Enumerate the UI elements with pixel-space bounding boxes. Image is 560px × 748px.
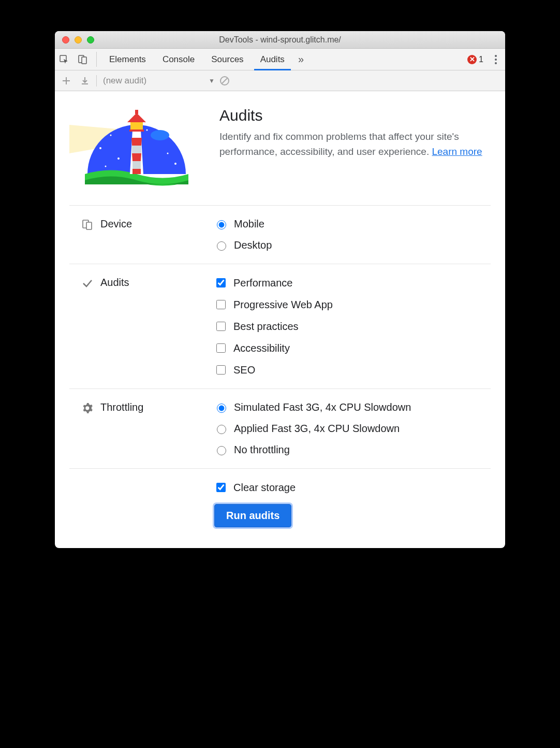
svg-marker-25 [127,113,146,122]
audit-select-dropdown[interactable]: (new audit) ▼ [101,76,215,86]
throttling-label: Throttling [100,401,143,413]
error-icon: ✕ [467,55,477,64]
audits-label: Audits [100,277,129,289]
devtools-window: DevTools - wind-sprout.glitch.me/ Elemen… [55,31,505,548]
clear-icon[interactable] [219,75,230,87]
check-icon [82,278,93,289]
section-throttling: Throttling Simulated Fast 3G, 4x CPU Slo… [69,389,491,469]
audit-seo-checkbox[interactable] [216,365,226,375]
learn-more-link[interactable]: Learn more [432,146,482,157]
run-row: Clear storage Run audits [69,469,491,527]
device-mobile-option[interactable]: Mobile [214,218,491,230]
device-desktop-option[interactable]: Desktop [214,239,491,251]
error-count-badge[interactable]: ✕ 1 [464,49,487,70]
titlebar: DevTools - wind-sprout.glitch.me/ [55,31,505,49]
audit-best-practices-option[interactable]: Best practices [214,320,491,333]
chevron-down-icon: ▼ [209,77,215,84]
audit-accessibility-option[interactable]: Accessibility [214,342,491,354]
gear-icon [82,402,93,414]
hero-description: Identify and fix common problems that af… [219,130,491,159]
device-desktop-radio[interactable] [217,241,226,251]
svg-point-10 [117,157,120,160]
device-mobile-radio[interactable] [217,220,226,229]
svg-marker-22 [132,161,141,169]
audit-accessibility-checkbox[interactable] [216,343,226,353]
svg-marker-21 [132,146,141,153]
svg-marker-19 [132,153,141,161]
divider [96,75,97,87]
hero-description-text: Identify and fix common problems that af… [219,131,459,157]
audits-toolbar: (new audit) ▼ [55,70,505,91]
svg-rect-23 [130,121,143,131]
throttling-2-option[interactable]: No throttling [214,444,491,456]
tab-more[interactable]: » [293,49,309,70]
divider [96,52,97,67]
run-audits-button[interactable]: Run audits [214,504,291,527]
audit-select-label: (new audit) [103,76,146,86]
settings-menu-icon[interactable] [487,49,505,70]
audit-best-practices-label: Best practices [233,321,299,333]
clear-storage-checkbox[interactable] [216,483,226,492]
section-audits: Audits PerformanceProgressive Web AppBes… [69,264,491,389]
page-title: Audits [219,107,491,124]
svg-point-16 [151,130,169,140]
section-device: Device MobileDesktop [69,206,491,264]
window-title: DevTools - wind-sprout.glitch.me/ [55,35,505,45]
svg-point-8 [99,147,101,149]
svg-marker-18 [131,138,142,146]
hero: Audits Identify and fix common problems … [69,107,491,206]
tab-audits[interactable]: Audits [252,49,293,70]
error-count: 1 [479,55,483,64]
svg-rect-24 [129,130,144,132]
device-desktop-label: Desktop [234,239,272,251]
devtools-tabbar: Elements Console Sources Audits » ✕ 1 [55,49,505,70]
throttling-0-option[interactable]: Simulated Fast 3G, 4x CPU Slowdown [214,401,491,413]
inspect-element-icon[interactable] [55,49,73,70]
audit-progressive-web-app-option[interactable]: Progressive Web App [214,298,491,311]
toggle-device-icon[interactable] [73,49,92,70]
lighthouse-illustration [69,107,199,190]
svg-point-13 [174,163,176,165]
svg-marker-20 [132,169,141,174]
throttling-1-radio[interactable] [217,425,226,434]
clear-storage-label: Clear storage [233,482,296,494]
throttling-1-label: Applied Fast 3G, 4x CPU Slowdown [234,423,400,435]
device-label: Device [100,218,132,230]
device-icon [82,219,93,231]
throttling-2-radio[interactable] [217,446,226,455]
audit-progressive-web-app-checkbox[interactable] [216,300,226,309]
throttling-0-label: Simulated Fast 3G, 4x CPU Slowdown [234,401,411,413]
audit-best-practices-checkbox[interactable] [216,322,226,331]
tab-sources[interactable]: Sources [203,49,252,70]
clear-storage-option[interactable]: Clear storage [214,481,296,494]
audit-accessibility-label: Accessibility [233,342,290,354]
svg-point-12 [167,153,169,154]
audit-seo-option[interactable]: SEO [214,364,491,376]
svg-point-5 [495,62,497,64]
svg-point-9 [110,135,112,136]
audit-performance-checkbox[interactable] [216,278,226,287]
new-audit-icon[interactable] [59,74,73,88]
download-icon[interactable] [78,74,92,88]
audits-panel: Audits Identify and fix common problems … [55,91,505,548]
audit-seo-label: SEO [233,364,255,376]
audit-performance-option[interactable]: Performance [214,277,491,289]
svg-rect-26 [135,110,138,114]
svg-rect-2 [82,57,86,64]
audit-performance-label: Performance [233,277,293,289]
hero-text: Audits Identify and fix common problems … [219,107,491,190]
svg-point-3 [495,55,497,57]
tab-console[interactable]: Console [154,49,203,70]
audit-progressive-web-app-label: Progressive Web App [233,299,333,311]
svg-point-15 [146,130,148,131]
throttling-2-label: No throttling [234,444,290,456]
throttling-1-option[interactable]: Applied Fast 3G, 4x CPU Slowdown [214,423,491,435]
throttling-0-radio[interactable] [217,404,226,413]
tab-elements[interactable]: Elements [101,49,154,70]
svg-rect-28 [86,222,92,229]
svg-point-4 [495,59,497,61]
device-mobile-label: Mobile [234,218,264,230]
svg-point-14 [105,166,107,167]
